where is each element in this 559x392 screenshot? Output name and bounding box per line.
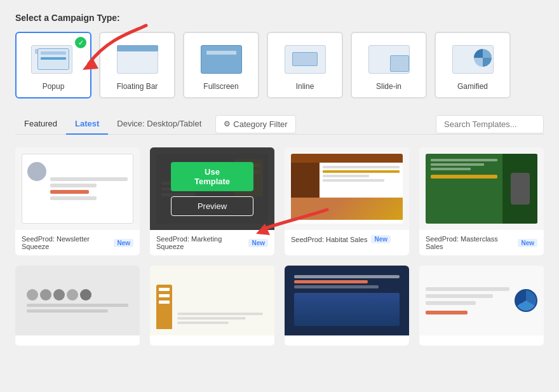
- template-preview-bt1: [15, 266, 140, 335]
- page-wrapper: Select a Campaign Type: ✓ Popup: [0, 0, 559, 392]
- gamified-label: Gamified: [457, 82, 488, 91]
- card-footer-newsletter: SeedProd: Newsletter Squeeze New: [15, 230, 140, 255]
- preview-button[interactable]: Preview: [171, 196, 253, 216]
- template-card-bt1[interactable]: [15, 266, 140, 346]
- template-card-masterclass-sales[interactable]: SeedProd: Masterclass Sales New: [419, 147, 544, 255]
- template-preview-bt3: [285, 266, 409, 335]
- campaign-type-fullscreen[interactable]: Fullscreen: [183, 32, 259, 98]
- card-footer-bt4: [419, 335, 544, 346]
- tab-featured[interactable]: Featured: [15, 114, 66, 135]
- fullscreen-label: Fullscreen: [203, 82, 238, 91]
- template-card-newsletter-squeeze[interactable]: SeedProd: Newsletter Squeeze New: [15, 147, 140, 255]
- template-name-habitat: SeedProd: Habitat Sales: [291, 236, 367, 243]
- floating-bar-icon: [112, 42, 163, 77]
- template-card-marketing-squeeze[interactable]: Use Template Preview SeedProd: Marketing…: [150, 147, 274, 255]
- template-preview-masterclass: [419, 147, 544, 230]
- template-card-bt3[interactable]: [285, 266, 409, 346]
- card-footer-bt2: [150, 335, 274, 346]
- template-name-newsletter: SeedProd: Newsletter Squeeze: [22, 235, 110, 250]
- category-filter-dropdown[interactable]: ⚙ Category Filter: [215, 115, 295, 133]
- campaign-type-popup[interactable]: ✓ Popup: [15, 32, 91, 98]
- template-preview-newsletter: [15, 147, 140, 230]
- new-badge-masterclass: New: [518, 239, 537, 247]
- tab-latest[interactable]: Latest: [66, 114, 108, 135]
- popup-label: Popup: [43, 82, 65, 91]
- card-footer-bt1: [15, 335, 140, 346]
- inline-label: Inline: [296, 82, 314, 91]
- use-template-button[interactable]: Use Template: [171, 162, 253, 191]
- floating-bar-label: Floating Bar: [117, 82, 158, 91]
- search-templates-input[interactable]: [436, 115, 544, 133]
- template-card-habitat-sales[interactable]: SeedProd: Habitat Sales New: [285, 147, 409, 255]
- template-preview-habitat: [285, 147, 409, 230]
- card-footer-habitat: SeedProd: Habitat Sales New: [285, 230, 409, 248]
- slide-in-label: Slide-in: [376, 82, 401, 91]
- template-overlay: Use Template Preview: [150, 147, 274, 230]
- tab-device[interactable]: Device: Desktop/Tablet: [108, 114, 210, 135]
- fullscreen-icon: [196, 42, 246, 77]
- gear-icon: ⚙: [224, 119, 231, 128]
- template-name-masterclass: SeedProd: Masterclass Sales: [426, 235, 514, 250]
- section-title: Select a Campaign Type:: [15, 13, 544, 23]
- template-grid-row2: [15, 266, 544, 346]
- card-footer-masterclass: SeedProd: Masterclass Sales New: [419, 230, 544, 255]
- card-footer-bt3: [285, 335, 409, 346]
- template-preview-bt4: [419, 266, 544, 335]
- campaign-type-inline[interactable]: Inline: [267, 32, 343, 98]
- inline-icon: [280, 42, 330, 77]
- new-badge-habitat: New: [371, 235, 391, 243]
- campaign-type-floating-bar[interactable]: Floating Bar: [99, 32, 175, 98]
- template-preview-marketing: Use Template Preview: [150, 147, 274, 230]
- template-card-bt2[interactable]: [150, 266, 274, 346]
- campaign-type-selector: ✓ Popup Floating Bar: [15, 32, 544, 98]
- template-name-marketing: SeedProd: Marketing Squeeze: [156, 235, 245, 250]
- campaign-type-slide-in[interactable]: Slide-in: [351, 32, 427, 98]
- template-card-bt4[interactable]: [419, 266, 544, 346]
- page-container: Select a Campaign Type: ✓ Popup: [0, 0, 559, 358]
- template-grid: SeedProd: Newsletter Squeeze New: [15, 147, 544, 255]
- filter-bar: Featured Latest Device: Desktop/Tablet ⚙…: [15, 114, 544, 135]
- template-preview-bt2: [150, 266, 274, 335]
- campaign-type-gamified[interactable]: Gamified: [434, 32, 511, 98]
- slide-in-icon: [363, 42, 414, 77]
- new-badge-newsletter: New: [114, 239, 133, 247]
- avatar-shape: [27, 162, 46, 181]
- gamified-icon: [447, 42, 498, 77]
- popup-icon: [28, 42, 79, 77]
- card-footer-marketing: SeedProd: Marketing Squeeze New: [150, 230, 274, 255]
- new-badge-marketing: New: [248, 239, 268, 247]
